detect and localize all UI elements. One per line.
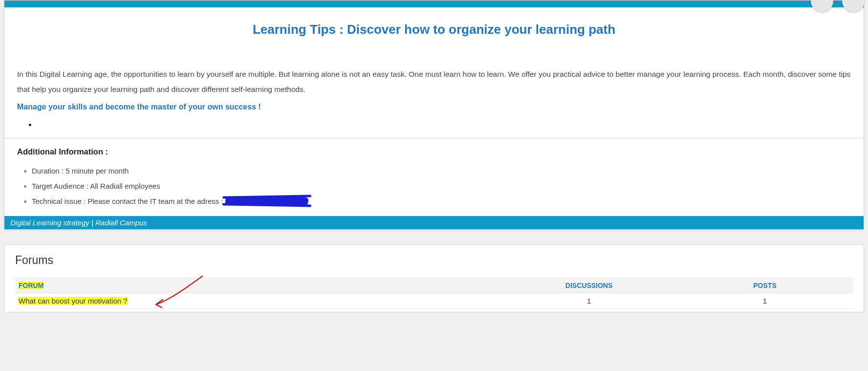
info-text: Target Audience : All Radiall employees xyxy=(32,182,160,190)
action-button-1[interactable] xyxy=(811,0,833,12)
additional-info-heading: Additional Information : xyxy=(17,147,851,156)
tagline: Manage your skills and become the master… xyxy=(17,103,851,111)
forums-header-row: FORUM DISCUSSIONS POSTS xyxy=(15,278,853,293)
additional-info-list: Duration : 5 minute per month Target Aud… xyxy=(32,163,851,209)
forums-card: Forums FORUM DISCUSSIONS POSTS xyxy=(4,244,864,312)
forums-table: FORUM DISCUSSIONS POSTS What can boost y… xyxy=(15,278,853,309)
forum-discussions: 1 xyxy=(501,293,677,309)
action-button-2[interactable] xyxy=(842,0,865,12)
forums-section-title: Forums xyxy=(15,254,853,267)
card-accent-bar xyxy=(4,0,864,7)
info-item-technical: Technical issue : Please contact the IT … xyxy=(32,194,851,209)
col-forum-label: FORUM xyxy=(18,282,44,289)
forum-name-cell: What can boost your motivation ? xyxy=(15,293,501,309)
info-text: Technical issue : Please contact the IT … xyxy=(32,197,223,205)
empty-bullet xyxy=(37,120,851,129)
lesson-card: Learning Tips : Discover how to organize… xyxy=(4,0,864,230)
info-text: Duration : 5 minute per month xyxy=(32,167,129,175)
card-footer-bar: Digital Learning strategy | Radiall Camp… xyxy=(4,216,864,229)
divider xyxy=(4,138,864,138)
table-row: What can boost your motivation ? 1 1 xyxy=(15,293,853,309)
info-item-duration: Duration : 5 minute per month xyxy=(32,163,851,178)
intro-paragraph: In this Digital Learning age, the opport… xyxy=(17,66,851,97)
col-forum[interactable]: FORUM xyxy=(15,278,501,293)
empty-bullet-list xyxy=(37,120,851,129)
forum-link[interactable]: What can boost your motivation ? xyxy=(18,297,128,305)
forum-name: What can boost your motivation ? xyxy=(18,297,128,305)
col-posts[interactable]: POSTS xyxy=(677,278,853,293)
floating-actions xyxy=(811,0,865,12)
forum-posts: 1 xyxy=(677,293,853,309)
col-discussions[interactable]: DISCUSSIONS xyxy=(501,278,677,293)
redacted-address xyxy=(225,197,308,205)
info-item-audience: Target Audience : All Radiall employees xyxy=(32,178,851,194)
page-title: Learning Tips : Discover how to organize… xyxy=(17,22,851,37)
